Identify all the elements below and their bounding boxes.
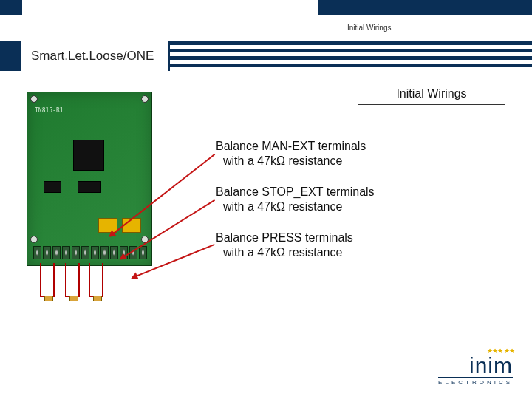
logo-stars-icon: ★★★ ★★ [487, 347, 514, 355]
brand-logo: ★★★ ★★ inim ELECTRONICS [438, 353, 513, 386]
resistor-wiring-diagram [37, 263, 140, 322]
instruction-list: Balance MAN-EXT terminals with a 47kΩ re… [216, 139, 482, 276]
pcb-silk-label: IN815-R1 [35, 107, 64, 114]
title-band: Smart.Let.Loose/ONE [0, 41, 532, 71]
instruction-man-ext: Balance MAN-EXT terminals with a 47kΩ re… [216, 139, 482, 168]
pcb-board-image: IN815-R1 [27, 92, 152, 266]
instruction-line: with a 47kΩ resistance [216, 154, 482, 168]
product-name: Smart.Let.Loose/ONE [21, 41, 168, 71]
instruction-line: with a 47kΩ resistance [216, 245, 482, 260]
header-small-label: Initial Wirings [347, 24, 391, 32]
instruction-press: Balance PRESS terminals with a 47kΩ resi… [216, 231, 482, 260]
top-banner [0, 0, 532, 15]
instruction-line: with a 47kΩ resistance [216, 200, 482, 214]
instruction-line: Balance STOP_EXT terminals [216, 185, 482, 200]
instruction-line: Balance MAN-EXT terminals [216, 139, 482, 154]
instruction-line: Balance PRESS terminals [216, 231, 482, 245]
instruction-stop-ext: Balance STOP_EXT terminals with a 47kΩ r… [216, 185, 482, 214]
slide-title: Initial Wirings [358, 83, 505, 105]
logo-brand-text: inim [438, 353, 513, 378]
